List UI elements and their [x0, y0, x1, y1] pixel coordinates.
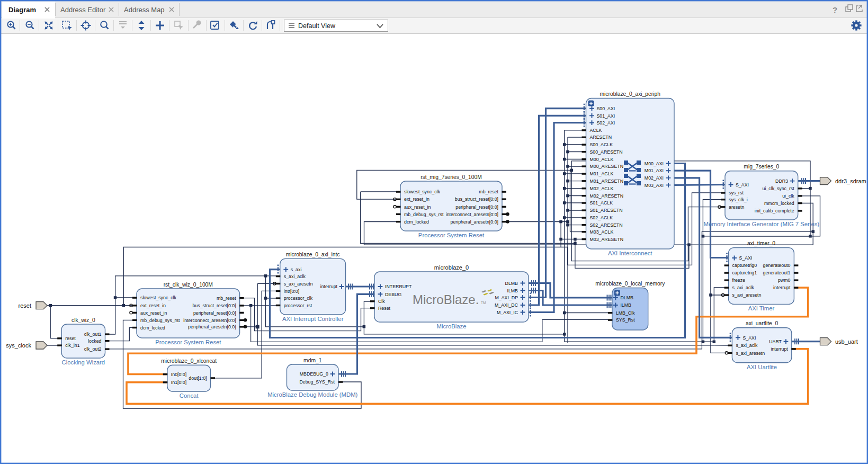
svg-text:mb_reset: mb_reset [217, 296, 236, 301]
svg-text:capturetrig0: capturetrig0 [732, 263, 757, 268]
svg-text:bus_struct_reset[0:0]: bus_struct_reset[0:0] [455, 197, 498, 202]
svg-text:M01_AXI: M01_AXI [645, 168, 664, 173]
svg-text:slowest_sync_clk: slowest_sync_clk [140, 295, 177, 300]
svg-text:DLMB: DLMB [505, 281, 518, 286]
svg-text:clk_out1: clk_out1 [84, 332, 102, 337]
svg-text:MBDEBUG_0: MBDEBUG_0 [300, 371, 328, 377]
svg-text:INTERRUPT: INTERRUPT [385, 284, 412, 289]
svg-text:aresetn: aresetn [729, 204, 744, 210]
svg-text:microblaze_0: microblaze_0 [434, 264, 469, 271]
svg-text:init_calib_complete: init_calib_complete [755, 208, 794, 213]
svg-text:Memory Interface Generator (MI: Memory Interface Generator (MIG 7 Series… [704, 221, 820, 227]
svg-text:MicroBlaze Debug Module (MDM): MicroBlaze Debug Module (MDM) [267, 391, 357, 398]
svg-text:M_AXI_DP: M_AXI_DP [495, 295, 518, 300]
svg-text:usb_uart: usb_uart [835, 338, 858, 345]
svg-text:M00_ACLK: M00_ACLK [590, 157, 614, 162]
svg-text:clk_in1: clk_in1 [65, 343, 79, 348]
svg-text:Reset: Reset [378, 306, 391, 311]
svg-text:s_axi_aresetn: s_axi_aresetn [732, 292, 762, 298]
svg-text:Processor System Reset: Processor System Reset [418, 232, 485, 238]
svg-text:interrupt: interrupt [773, 285, 791, 290]
svg-text:mb_debug_sys_rst: mb_debug_sys_rst [404, 212, 444, 217]
svg-text:M02_AXI: M02_AXI [645, 175, 664, 181]
svg-text:s_axi: s_axi [291, 267, 302, 272]
svg-text:interconnect_aresetn[0:0]: interconnect_aresetn[0:0] [446, 212, 498, 217]
svg-text:intr[0:0]: intr[0:0] [284, 289, 299, 294]
svg-text:s_axi_aclk: s_axi_aclk [736, 343, 758, 348]
svg-text:Diagram: Diagram [8, 6, 36, 14]
svg-text:UART: UART [769, 339, 782, 344]
svg-text:clk_out2: clk_out2 [84, 346, 102, 352]
svg-text:dcm_locked: dcm_locked [140, 325, 165, 331]
svg-text:mb_debug_sys_rst: mb_debug_sys_rst [140, 318, 180, 323]
svg-text:ddr3_sdram: ddr3_sdram [835, 178, 866, 184]
svg-text:processor_clk: processor_clk [284, 296, 313, 301]
svg-text:M03_AXI: M03_AXI [645, 183, 664, 188]
svg-text:MicroBlaze: MicroBlaze [437, 323, 467, 329]
svg-text:s_axi_aclk: s_axi_aclk [284, 274, 306, 279]
svg-text:DLMB: DLMB [620, 295, 633, 300]
svg-text:slowest_sync_clk: slowest_sync_clk [404, 189, 441, 194]
svg-text:sys_rst: sys_rst [729, 190, 744, 195]
svg-text:S_AXI: S_AXI [739, 255, 753, 261]
svg-text:pwm0: pwm0 [778, 278, 791, 283]
svg-text:ACLK: ACLK [590, 128, 602, 133]
svg-text:S_AXI: S_AXI [742, 335, 756, 341]
svg-text:s_axi_aresetn: s_axi_aresetn [284, 281, 313, 287]
svg-text:Clocking Wizard: Clocking Wizard [62, 359, 105, 365]
svg-text:In0[0:0]: In0[0:0] [171, 372, 186, 377]
svg-text:DDR3: DDR3 [775, 179, 788, 184]
svg-text:bus_struct_reset[0:0]: bus_struct_reset[0:0] [192, 303, 236, 308]
svg-text:axi_timer_0: axi_timer_0 [747, 240, 775, 246]
svg-text:Processor System Reset: Processor System Reset [155, 339, 221, 345]
svg-text:M03_ARESETN: M03_ARESETN [590, 237, 624, 242]
svg-text:Concat: Concat [180, 392, 199, 399]
svg-text:ui_clk: ui_clk [782, 193, 794, 199]
svg-text:DEBUG: DEBUG [385, 292, 401, 297]
svg-text:freeze: freeze [732, 278, 746, 283]
svg-text:M_AXI_IC: M_AXI_IC [497, 310, 518, 315]
svg-text:mdm_1: mdm_1 [303, 358, 322, 363]
svg-text:aux_reset_in: aux_reset_in [404, 204, 431, 210]
svg-text:AXI Uartlite: AXI Uartlite [747, 364, 777, 370]
svg-text:M00_AXI: M00_AXI [645, 161, 664, 166]
svg-text:TM: TM [481, 301, 486, 305]
svg-text:M00_ARESETN: M00_ARESETN [590, 164, 624, 169]
svg-text:S01_AXI: S01_AXI [597, 113, 615, 119]
svg-text:interrupt: interrupt [771, 346, 789, 352]
svg-text:LMB_Clk: LMB_Clk [616, 310, 635, 316]
svg-text:interconnect_aresetn[0:0]: interconnect_aresetn[0:0] [183, 318, 236, 323]
svg-text:microblaze_0_xlconcat: microblaze_0_xlconcat [161, 358, 217, 364]
svg-text:S01_ARESETN: S01_ARESETN [590, 208, 623, 213]
svg-text:Clk: Clk [378, 299, 385, 304]
svg-text:AXI Interconnect: AXI Interconnect [608, 250, 652, 256]
svg-text:S02_AXI: S02_AXI [597, 120, 615, 126]
svg-text:dout[1:0]: dout[1:0] [189, 376, 207, 381]
svg-text:M02_ACLK: M02_ACLK [590, 186, 614, 191]
svg-text:ARESETN: ARESETN [590, 135, 612, 140]
svg-text:AXI Interrupt Controller: AXI Interrupt Controller [282, 316, 344, 322]
svg-text:dcm_locked: dcm_locked [404, 219, 429, 225]
svg-text:M02_ARESETN: M02_ARESETN [590, 193, 624, 199]
svg-text:capturetrig1: capturetrig1 [732, 270, 757, 275]
svg-text:M_AXI_DC: M_AXI_DC [495, 302, 518, 308]
svg-text:mmcm_locked: mmcm_locked [764, 201, 794, 206]
svg-text:s_axi_aresetn: s_axi_aresetn [736, 351, 765, 356]
svg-text:ILMB: ILMB [507, 288, 518, 293]
svg-text:reset: reset [65, 336, 76, 341]
svg-text:aux_reset_in: aux_reset_in [140, 310, 167, 316]
svg-text:Address Editor: Address Editor [60, 6, 106, 14]
svg-text:M03_ACLK: M03_ACLK [590, 229, 614, 235]
svg-text:In1[0:0]: In1[0:0] [171, 380, 186, 385]
svg-text:peripheral_reset[0:0]: peripheral_reset[0:0] [193, 310, 236, 316]
svg-text:processor_rst: processor_rst [284, 303, 312, 308]
svg-text:ext_reset_in: ext_reset_in [404, 197, 429, 202]
svg-text:axi_uartlite_0: axi_uartlite_0 [746, 320, 778, 326]
svg-text:Default View: Default View [298, 22, 336, 30]
svg-text:SYS_Rst: SYS_Rst [616, 317, 635, 323]
svg-text:generateout0: generateout0 [763, 263, 791, 268]
svg-text:peripheral_aresetn[0:0]: peripheral_aresetn[0:0] [451, 219, 498, 225]
svg-text:rst_mig_7series_0_100M: rst_mig_7series_0_100M [420, 174, 482, 180]
svg-text:rst_clk_wiz_0_100M: rst_clk_wiz_0_100M [164, 282, 213, 288]
svg-text:ui_clk_sync_rst: ui_clk_sync_rst [763, 186, 795, 191]
